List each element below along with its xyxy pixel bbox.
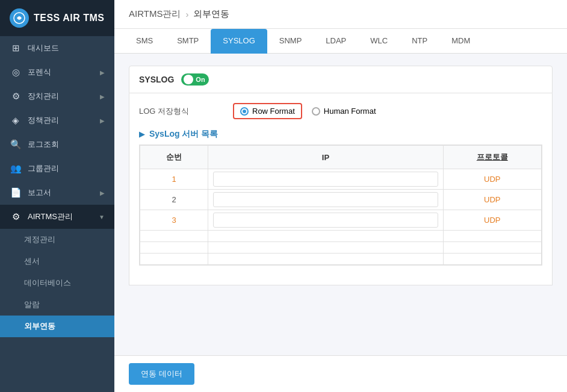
tab-mdm[interactable]: MDM	[439, 29, 482, 54]
ip-input-2[interactable]	[213, 192, 438, 207]
breadcrumb-current: 외부연동	[193, 8, 229, 20]
sidebar-item-label: 대시보드	[28, 43, 59, 54]
row1-protocol: UDP	[443, 169, 541, 190]
table-row: 2 UDP	[140, 190, 542, 210]
empty-seq	[140, 242, 208, 254]
row-format-label: Row Format	[252, 107, 295, 116]
sidebar-item-label: 로그조회	[28, 139, 59, 150]
row2-protocol: UDP	[443, 190, 541, 210]
logo-icon	[10, 8, 29, 28]
empty-ip	[208, 231, 443, 242]
radio-human-format[interactable]: Human Format	[312, 107, 376, 116]
radio-group-format: Row Format Human Format	[233, 103, 376, 119]
syslog-title: SYSLOG	[139, 75, 174, 84]
sidebar-item-log[interactable]: 🔍 로그조회	[0, 132, 114, 157]
syslog-toggle[interactable]: On	[181, 73, 209, 86]
empty-seq	[140, 254, 208, 265]
tab-sms[interactable]: SMS	[124, 29, 165, 54]
sidebar-sub-item-sensor[interactable]: 센서	[0, 250, 114, 272]
sidebar-sub-item-database[interactable]: 데이터베이스	[0, 272, 114, 294]
sidebar-item-label: 보고서	[28, 187, 51, 198]
empty-seq	[140, 231, 208, 242]
sidebar-sub-label: 외부연동	[24, 321, 55, 332]
chevron-right-icon: ▶	[100, 117, 105, 124]
sidebar-item-forensic[interactable]: ◎ 포렌식 ▶	[0, 60, 114, 84]
sidebar: TESS AIR TMS ⊞ 대시보드 ◎ 포렌식 ▶ ⚙ 장치관리 ▶ ◈ 정…	[0, 0, 114, 392]
server-table: 순번 IP 프로토콜 1 UDP 2	[140, 145, 542, 265]
sidebar-item-label: 그룹관리	[28, 163, 59, 174]
radio-dot-row	[240, 107, 249, 116]
bottom-bar: 연동 데이터	[114, 355, 567, 392]
tab-bar: SMS SMTP SYSLOG SNMP LDAP WLC NTP MDM	[114, 29, 567, 54]
toggle-label: On	[196, 76, 205, 83]
toggle-knob	[184, 75, 193, 84]
row3-seq[interactable]: 3	[140, 210, 208, 231]
row3-ip[interactable]	[208, 210, 443, 231]
settings-icon: ⚙	[10, 211, 22, 222]
sidebar-sub-label: 계정관리	[24, 234, 55, 245]
sidebar-sub-item-account[interactable]: 계정관리	[0, 229, 114, 250]
sidebar-sub-label: 알람	[24, 299, 40, 310]
sidebar-item-airtms[interactable]: ⚙ AIRTMS관리 ▼	[0, 205, 114, 229]
sidebar-item-label: AIRTMS관리	[28, 211, 73, 222]
chevron-right-icon: ▶	[100, 93, 105, 100]
tab-syslog[interactable]: SYSLOG	[211, 29, 267, 54]
breadcrumb-separator: ›	[185, 9, 188, 19]
empty-protocol	[443, 254, 541, 265]
topbar: AIRTMS관리 › 외부연동	[114, 0, 567, 29]
tab-smtp[interactable]: SMTP	[165, 29, 211, 54]
search-icon: 🔍	[10, 139, 22, 150]
save-button[interactable]: 연동 데이터	[129, 363, 194, 385]
table-row-empty	[140, 242, 542, 254]
dashboard-icon: ⊞	[10, 43, 22, 54]
radio-dot-human	[312, 107, 320, 116]
sidebar-item-dashboard[interactable]: ⊞ 대시보드	[0, 36, 114, 60]
row1-seq[interactable]: 1	[140, 169, 208, 190]
sidebar-sub-item-external[interactable]: 외부연동	[0, 316, 114, 337]
row3-protocol: UDP	[443, 210, 541, 231]
radio-row-format[interactable]: Row Format	[233, 103, 302, 119]
group-icon: 👥	[10, 163, 22, 174]
server-table-container: 순번 IP 프로토콜 1 UDP 2	[139, 145, 542, 266]
sidebar-sub-label: 데이터베이스	[24, 278, 71, 288]
col-ip: IP	[208, 146, 443, 169]
brand-logo: TESS AIR TMS	[0, 0, 114, 36]
row1-ip[interactable]	[208, 169, 443, 190]
tab-ntp[interactable]: NTP	[400, 29, 439, 54]
empty-ip	[208, 254, 443, 265]
table-row: 1 UDP	[140, 169, 542, 190]
ip-input-1[interactable]	[213, 172, 438, 187]
syslog-section-header: SYSLOG On	[129, 66, 553, 93]
empty-protocol	[443, 242, 541, 254]
sidebar-item-device[interactable]: ⚙ 장치관리 ▶	[0, 84, 114, 108]
sidebar-item-group[interactable]: 👥 그룹관리	[0, 157, 114, 181]
server-list-label: SysLog 서버 목록	[149, 129, 218, 140]
sidebar-item-report[interactable]: 📄 보고서 ▶	[0, 181, 114, 205]
sidebar-sub-label: 센서	[24, 256, 40, 267]
collapse-arrow-icon: ▶	[139, 130, 144, 138]
sidebar-item-policy[interactable]: ◈ 정책관리 ▶	[0, 108, 114, 132]
sidebar-item-label: 장치관리	[28, 91, 59, 102]
table-row-empty	[140, 254, 542, 265]
tab-wlc[interactable]: WLC	[358, 29, 400, 54]
chevron-right-icon: ▶	[100, 69, 105, 76]
tab-snmp[interactable]: SNMP	[267, 29, 314, 54]
forensic-icon: ◎	[10, 67, 22, 78]
sidebar-item-label: 포렌식	[28, 67, 51, 78]
row2-ip[interactable]	[208, 190, 443, 210]
ip-input-3[interactable]	[213, 213, 438, 228]
main-content: AIRTMS관리 › 외부연동 SMS SMTP SYSLOG SNMP LDA…	[114, 0, 567, 392]
sidebar-sub-item-alarm[interactable]: 알람	[0, 294, 114, 316]
form-section: LOG 저장형식 Row Format Human Format ▶	[129, 93, 553, 285]
chevron-right-icon: ▶	[100, 190, 105, 196]
brand-name: TESS AIR TMS	[34, 13, 104, 23]
row2-seq: 2	[140, 190, 208, 210]
empty-ip	[208, 242, 443, 254]
content-area: SYSLOG On LOG 저장형식 Row Format	[114, 54, 567, 355]
table-row-empty	[140, 231, 542, 242]
tab-ldap[interactable]: LDAP	[314, 29, 358, 54]
device-icon: ⚙	[10, 91, 22, 102]
server-list-collapse[interactable]: ▶ SysLog 서버 목록	[139, 129, 542, 140]
breadcrumb-parent: AIRTMS관리	[129, 8, 181, 20]
col-protocol: 프로토콜	[443, 146, 541, 169]
